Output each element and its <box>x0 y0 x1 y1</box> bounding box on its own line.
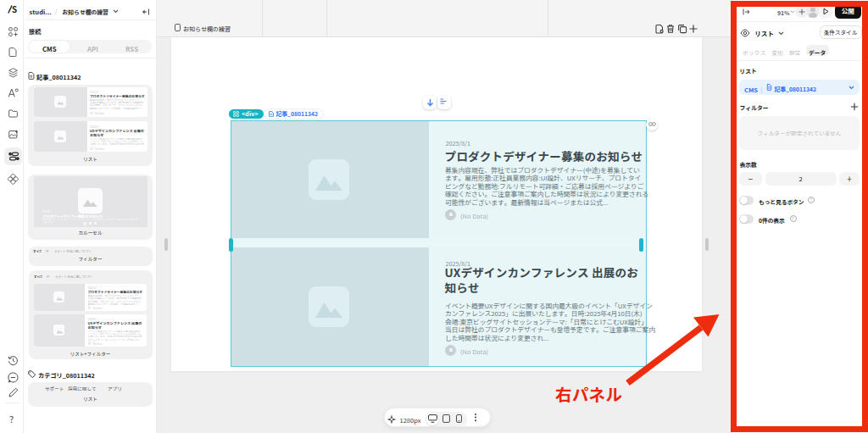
svg-text:S: S <box>12 5 17 14</box>
